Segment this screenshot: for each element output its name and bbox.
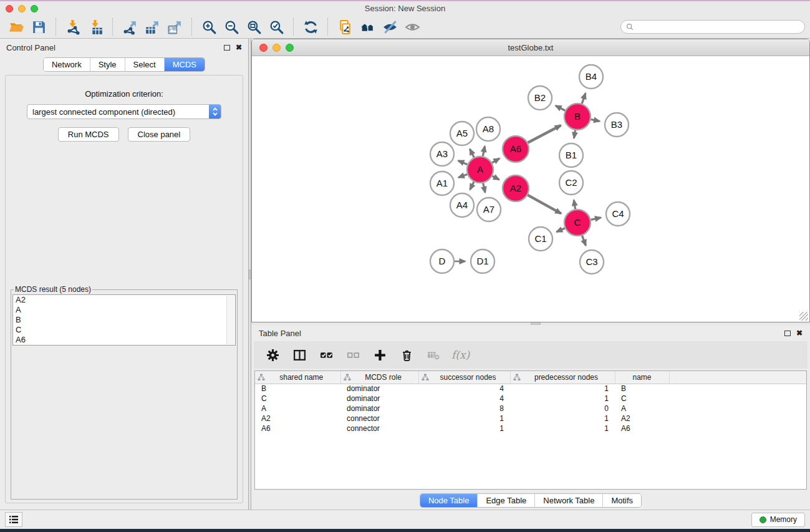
tab-node-table[interactable]: Node Table (420, 494, 478, 507)
edge-C-C3[interactable] (582, 236, 586, 246)
table-row[interactable]: Cdominator41C (255, 394, 806, 404)
edge-B-B2[interactable] (556, 106, 565, 111)
open-session-button[interactable] (5, 17, 27, 36)
node-A5[interactable]: A5 (450, 122, 474, 145)
export-image-button[interactable] (163, 17, 186, 36)
mcds-result-item[interactable]: A (13, 305, 235, 315)
tab-network-table[interactable]: Network Table (535, 494, 603, 507)
node-A[interactable]: A (467, 157, 493, 183)
node-D1[interactable]: D1 (471, 249, 494, 273)
hide-selected-button[interactable] (378, 17, 401, 36)
node-A2[interactable]: A2 (503, 175, 529, 201)
add-column-button[interactable] (371, 346, 388, 364)
node-A8[interactable]: A8 (476, 117, 500, 141)
table-row[interactable]: A6connector11A6 (255, 423, 806, 433)
tab-motifs[interactable]: Motifs (603, 494, 641, 507)
node-C1[interactable]: C1 (529, 227, 552, 251)
node-B[interactable]: B (564, 104, 591, 130)
zoom-selected-button[interactable] (265, 17, 287, 36)
edge-C-C1[interactable] (557, 228, 565, 232)
table-row[interactable]: Bdominator41B (255, 384, 806, 394)
divider-grip[interactable] (531, 322, 541, 325)
node-A4[interactable]: A4 (450, 193, 474, 217)
tab-select[interactable]: Select (125, 58, 165, 71)
show-columns-button[interactable] (291, 346, 308, 364)
column-header-successor-nodes[interactable]: successor nodes (418, 371, 510, 384)
refresh-button[interactable] (299, 17, 322, 36)
edge-C-C2[interactable] (574, 200, 575, 210)
tab-edge-table[interactable]: Edge Table (478, 494, 535, 507)
node-D[interactable]: D (430, 249, 454, 273)
export-table-button[interactable] (141, 17, 163, 36)
task-history-button[interactable] (5, 512, 22, 527)
node-A6[interactable]: A6 (503, 136, 529, 162)
mcds-result-item[interactable]: A2 (13, 295, 235, 305)
column-header-name[interactable]: name (615, 371, 669, 384)
node-C2[interactable]: C2 (559, 171, 583, 195)
float-panel-icon[interactable] (224, 45, 230, 51)
edge-B-B4[interactable] (582, 94, 586, 104)
node-A7[interactable]: A7 (477, 198, 501, 221)
import-table-button[interactable] (84, 17, 107, 36)
edge-A2-C[interactable] (528, 195, 561, 214)
table-settings-button[interactable] (264, 346, 281, 364)
node-B4[interactable]: B4 (579, 65, 603, 89)
mcds-result-item[interactable]: C (13, 325, 235, 335)
edge-A6-B[interactable] (528, 125, 561, 143)
edge-A-A5[interactable] (470, 149, 475, 157)
edge-A-A1[interactable] (458, 175, 467, 178)
new-network-from-selection-button[interactable] (334, 17, 356, 36)
edge-C-C4[interactable] (591, 218, 601, 220)
list-scrollbar[interactable] (226, 296, 234, 344)
edge-A-A3[interactable] (458, 161, 468, 165)
delete-table-button[interactable] (425, 346, 442, 364)
edge-B-B1[interactable] (574, 130, 576, 138)
edge-B-B3[interactable] (591, 119, 600, 121)
save-session-button[interactable] (27, 17, 50, 36)
edge-A-A2[interactable] (493, 176, 499, 180)
node-C[interactable]: C (564, 210, 591, 236)
node-B2[interactable]: B2 (528, 86, 552, 110)
column-header-predecessor-nodes[interactable]: predecessor nodes (510, 371, 615, 384)
edge-A-A8[interactable] (483, 147, 485, 157)
tab-network[interactable]: Network (44, 58, 90, 71)
zoom-out-button[interactable] (220, 17, 243, 36)
zoom-in-button[interactable] (198, 17, 220, 36)
mcds-result-item[interactable]: B (13, 315, 235, 325)
node-B1[interactable]: B1 (559, 143, 583, 167)
criterion-dropdown[interactable]: largest connected component (directed) (27, 104, 221, 119)
edge-A-A4[interactable] (470, 182, 474, 190)
node-C4[interactable]: C4 (606, 202, 630, 226)
close-panel-icon[interactable]: ✖ (796, 329, 803, 337)
float-panel-icon[interactable] (784, 331, 791, 336)
close-panel-icon[interactable]: ✖ (236, 44, 242, 51)
first-neighbors-button[interactable] (356, 17, 378, 36)
table-row[interactable]: A2connector11A2 (255, 414, 806, 423)
mcds-result-item[interactable]: A6 (13, 335, 235, 345)
memory-button[interactable]: Memory (751, 513, 805, 527)
edge-A-A7[interactable] (483, 183, 485, 193)
table-row[interactable]: Adominator80A (255, 404, 806, 414)
deselect-all-button[interactable] (344, 346, 362, 364)
horizontal-split-divider[interactable] (251, 322, 810, 325)
export-network-button[interactable] (118, 17, 141, 36)
edge-A-A6[interactable] (492, 158, 499, 163)
close-panel-button[interactable]: Close panel (128, 127, 191, 142)
run-mcds-button[interactable]: Run MCDS (58, 127, 119, 142)
divider-grip[interactable] (249, 269, 251, 279)
show-all-button[interactable] (401, 17, 423, 36)
vertical-split-divider[interactable] (248, 39, 251, 510)
search-input[interactable] (620, 20, 805, 34)
tab-style[interactable]: Style (90, 58, 125, 71)
select-all-button[interactable] (317, 346, 335, 364)
import-network-button[interactable] (62, 17, 84, 36)
column-header-MCDS-role[interactable]: MCDS role (340, 371, 418, 384)
function-builder-button[interactable]: f(x) (451, 346, 470, 364)
node-A3[interactable]: A3 (430, 142, 454, 166)
network-canvas[interactable]: B4B2BB3A5A8A6B1A3AC2A1A2A4A7C4CC1C3DD1 (252, 56, 809, 322)
delete-column-button[interactable] (398, 346, 415, 364)
window-resize-grip[interactable] (799, 312, 808, 321)
node-C3[interactable]: C3 (580, 250, 604, 274)
tab-mcds[interactable]: MCDS (165, 58, 205, 71)
node-B3[interactable]: B3 (605, 113, 629, 137)
